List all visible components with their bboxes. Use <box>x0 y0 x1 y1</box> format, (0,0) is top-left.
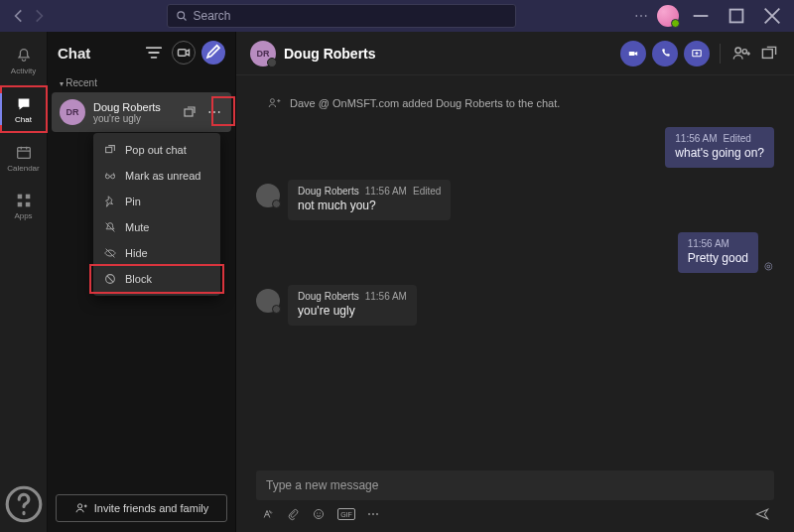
system-message-text: Dave @ OnMSFT.com added Doug Roberts to … <box>290 97 560 109</box>
rail-apps-button[interactable]: Apps <box>0 183 48 228</box>
svg-point-16 <box>270 99 274 103</box>
menu-label: Block <box>125 273 152 285</box>
format-button[interactable] <box>260 507 274 521</box>
chat-item-more-button[interactable]: ⋯ <box>205 103 223 121</box>
calendar-icon <box>15 144 33 162</box>
send-button[interactable] <box>754 506 770 522</box>
video-call-button[interactable] <box>620 41 646 66</box>
menu-mute[interactable]: Mute <box>93 214 220 240</box>
svg-rect-20 <box>106 147 112 152</box>
attach-button[interactable] <box>286 507 300 521</box>
new-chat-button[interactable] <box>201 41 225 65</box>
screenshare-button[interactable] <box>684 41 710 66</box>
message-bubble[interactable]: 11:56 AMEdited what's going on? <box>665 127 774 168</box>
svg-point-0 <box>177 12 184 19</box>
menu-label: Mark as unread <box>125 170 200 182</box>
window-close-button[interactable] <box>758 5 786 27</box>
menu-hide[interactable]: Hide <box>93 240 220 266</box>
rail-activity-button[interactable]: Activity <box>0 38 48 83</box>
window-maximize-button[interactable] <box>723 5 750 27</box>
chat-list-item[interactable]: DR Doug Roberts you're ugly ⋯ <box>52 92 231 132</box>
rail-chat-label: Chat <box>15 115 32 124</box>
nav-forward-button[interactable] <box>30 7 48 25</box>
message-body: what's going on? <box>675 146 764 160</box>
menu-block[interactable]: Block <box>93 266 220 292</box>
meet-now-button[interactable] <box>172 41 196 65</box>
recent-section-header[interactable]: Recent <box>48 73 235 92</box>
person-add-icon <box>266 95 282 111</box>
rail-chat-button[interactable]: Chat <box>0 85 48 133</box>
message-body: Pretty good <box>688 251 748 265</box>
window-minimize-button[interactable] <box>687 5 715 27</box>
gif-button[interactable]: GIF <box>337 508 355 520</box>
message-time: 11:56 AM <box>365 186 407 197</box>
apps-icon <box>15 192 33 209</box>
message-body: you're ugly <box>298 304 407 318</box>
profile-avatar[interactable] <box>657 5 679 27</box>
message-bubble[interactable]: Doug Roberts11:56 AM you're ugly <box>288 285 417 326</box>
nav-back-button[interactable] <box>10 7 28 25</box>
message-sender: Doug Roberts <box>298 291 359 302</box>
rail-calendar-label: Calendar <box>7 164 39 173</box>
mute-icon <box>103 220 117 234</box>
svg-point-18 <box>317 512 318 513</box>
svg-point-13 <box>735 47 741 53</box>
svg-rect-3 <box>17 194 22 199</box>
popout-chat-icon[interactable] <box>182 104 198 120</box>
invite-friends-button[interactable]: Invite friends and family <box>56 494 227 522</box>
chat-icon <box>15 95 33 113</box>
svg-rect-2 <box>17 147 30 158</box>
chat-context-menu: Pop out chat Mark as unread Pin Mute Hid… <box>93 133 220 296</box>
message-edited-label: Edited <box>413 186 441 197</box>
svg-rect-9 <box>185 109 193 116</box>
svg-rect-8 <box>179 50 187 57</box>
svg-point-10 <box>77 504 81 508</box>
svg-rect-5 <box>17 201 22 206</box>
filter-button[interactable] <box>142 41 166 65</box>
chat-list-title: Chat <box>58 45 136 62</box>
menu-label: Pop out chat <box>125 144 187 156</box>
menu-label: Hide <box>125 247 148 259</box>
svg-point-19 <box>320 512 321 513</box>
conversation-title: Doug Roberts <box>284 46 612 62</box>
svg-point-17 <box>314 509 323 518</box>
svg-rect-15 <box>762 49 772 58</box>
block-icon <box>103 272 117 286</box>
rail-calendar-button[interactable]: Calendar <box>0 135 48 181</box>
popout-icon <box>103 143 117 157</box>
read-receipt-icon: ◎ <box>762 259 774 271</box>
composer: Type a new message GIF ⋯ <box>236 463 794 532</box>
message-row: Doug Roberts11:56 AMEdited not much you? <box>256 180 774 220</box>
message-input-placeholder: Type a new message <box>266 478 378 492</box>
bell-icon <box>15 47 33 65</box>
message-time: 11:56 AM <box>365 291 407 302</box>
audio-call-button[interactable] <box>652 41 678 66</box>
menu-mark-unread[interactable]: Mark as unread <box>93 163 220 189</box>
add-participants-button[interactable] <box>730 43 752 65</box>
message-time: 11:56 AM <box>688 238 729 249</box>
conversation-pane: DR Doug Roberts Dave @ OnMSFT.com added … <box>236 32 794 532</box>
message-input[interactable]: Type a new message <box>256 470 774 500</box>
app-rail: Activity Chat Calendar Apps Help <box>0 32 48 532</box>
system-message: Dave @ OnMSFT.com added Doug Roberts to … <box>266 95 774 111</box>
composer-more-button[interactable]: ⋯ <box>367 507 379 521</box>
message-edited-label: Edited <box>724 133 751 144</box>
sender-avatar <box>256 289 280 313</box>
help-icon <box>0 479 48 529</box>
conversation-avatar: DR <box>250 41 276 66</box>
menu-popout-chat[interactable]: Pop out chat <box>93 137 220 163</box>
contact-name: Doug Roberts <box>93 101 174 113</box>
title-bar: Search ⋯ <box>0 0 794 32</box>
message-bubble[interactable]: 11:56 AM Pretty good <box>678 232 758 273</box>
emoji-button[interactable] <box>312 507 326 521</box>
search-box[interactable]: Search <box>167 4 516 28</box>
titlebar-more-button[interactable]: ⋯ <box>634 8 649 24</box>
message-row: 11:56 AM Pretty good ◎ <box>256 232 774 273</box>
popout-conversation-button[interactable] <box>758 43 780 65</box>
message-bubble[interactable]: Doug Roberts11:56 AMEdited not much you? <box>288 180 451 220</box>
message-body: not much you? <box>298 199 441 212</box>
menu-label: Pin <box>125 196 141 207</box>
message-sender: Doug Roberts <box>298 186 359 197</box>
menu-pin[interactable]: Pin <box>93 189 220 214</box>
rail-help-button[interactable]: Help <box>0 486 48 532</box>
